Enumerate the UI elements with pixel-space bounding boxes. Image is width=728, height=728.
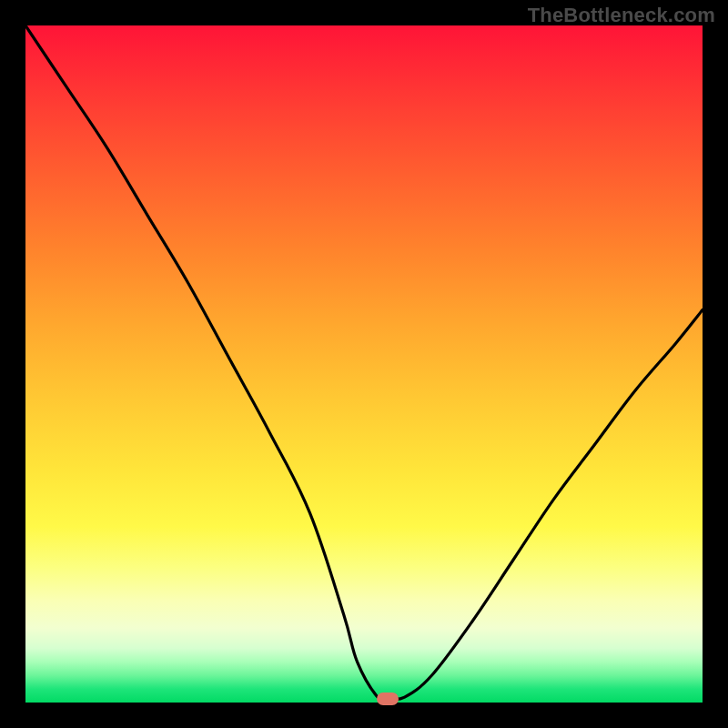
optimal-marker — [377, 693, 399, 705]
watermark-text: TheBottleneck.com — [528, 4, 715, 27]
plot-area — [25, 25, 703, 703]
bottleneck-curve — [25, 25, 703, 703]
chart-frame: TheBottleneck.com — [0, 0, 728, 728]
curve-path — [25, 25, 703, 701]
